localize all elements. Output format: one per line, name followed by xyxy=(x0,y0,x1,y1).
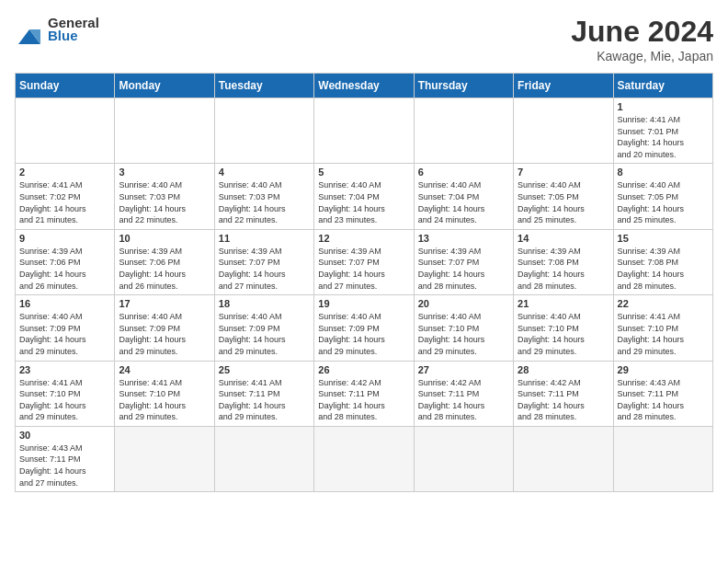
day-number: 20 xyxy=(418,298,509,309)
logo-text-block: General Blue xyxy=(48,16,99,44)
weekday-header: Sunday xyxy=(16,74,115,98)
location: Kawage, Mie, Japan xyxy=(571,49,713,63)
calendar-day-cell: 6Sunrise: 4:40 AM Sunset: 7:04 PM Daylig… xyxy=(414,164,513,229)
calendar-day-cell: 17Sunrise: 4:40 AM Sunset: 7:09 PM Dayli… xyxy=(115,295,214,361)
day-info: Sunrise: 4:40 AM Sunset: 7:09 PM Dayligh… xyxy=(219,311,310,357)
calendar-day-cell: 1Sunrise: 4:41 AM Sunset: 7:01 PM Daylig… xyxy=(613,98,712,164)
day-number: 12 xyxy=(318,233,409,244)
month-year: June 2024 xyxy=(571,15,713,49)
day-info: Sunrise: 4:39 AM Sunset: 7:06 PM Dayligh… xyxy=(19,246,110,292)
day-number: 8 xyxy=(618,167,709,178)
logo-icon xyxy=(15,15,44,44)
weekday-header: Wednesday xyxy=(314,74,414,98)
day-info: Sunrise: 4:40 AM Sunset: 7:10 PM Dayligh… xyxy=(518,311,609,357)
day-info: Sunrise: 4:42 AM Sunset: 7:11 PM Dayligh… xyxy=(318,377,409,423)
day-info: Sunrise: 4:41 AM Sunset: 7:10 PM Dayligh… xyxy=(618,311,709,357)
day-number: 27 xyxy=(418,364,509,375)
day-info: Sunrise: 4:40 AM Sunset: 7:03 PM Dayligh… xyxy=(219,179,310,225)
calendar-day-cell: 19Sunrise: 4:40 AM Sunset: 7:09 PM Dayli… xyxy=(314,295,414,361)
calendar-day-cell xyxy=(115,426,214,491)
title-block: June 2024 Kawage, Mie, Japan xyxy=(571,15,713,63)
day-info: Sunrise: 4:40 AM Sunset: 7:09 PM Dayligh… xyxy=(19,311,110,357)
calendar-day-cell: 24Sunrise: 4:41 AM Sunset: 7:10 PM Dayli… xyxy=(115,361,214,426)
day-number: 23 xyxy=(19,364,110,375)
calendar-day-cell: 20Sunrise: 4:40 AM Sunset: 7:10 PM Dayli… xyxy=(414,295,513,361)
calendar-day-cell: 3Sunrise: 4:40 AM Sunset: 7:03 PM Daylig… xyxy=(115,164,214,229)
day-info: Sunrise: 4:40 AM Sunset: 7:05 PM Dayligh… xyxy=(518,179,609,225)
weekday-header: Friday xyxy=(514,74,613,98)
calendar-week-row: 9Sunrise: 4:39 AM Sunset: 7:06 PM Daylig… xyxy=(16,229,713,294)
day-number: 17 xyxy=(119,298,210,309)
day-info: Sunrise: 4:39 AM Sunset: 7:08 PM Dayligh… xyxy=(618,246,709,292)
calendar-day-cell: 13Sunrise: 4:39 AM Sunset: 7:07 PM Dayli… xyxy=(414,229,513,294)
day-number: 16 xyxy=(19,298,110,309)
day-info: Sunrise: 4:39 AM Sunset: 7:07 PM Dayligh… xyxy=(219,246,310,292)
calendar-day-cell: 18Sunrise: 4:40 AM Sunset: 7:09 PM Dayli… xyxy=(214,295,313,361)
calendar-day-cell: 2Sunrise: 4:41 AM Sunset: 7:02 PM Daylig… xyxy=(16,164,115,229)
day-number: 9 xyxy=(19,233,110,244)
day-number: 22 xyxy=(618,298,709,309)
day-info: Sunrise: 4:39 AM Sunset: 7:07 PM Dayligh… xyxy=(418,246,509,292)
calendar-day-cell: 30Sunrise: 4:43 AM Sunset: 7:11 PM Dayli… xyxy=(16,426,115,491)
day-info: Sunrise: 4:39 AM Sunset: 7:08 PM Dayligh… xyxy=(518,246,609,292)
day-info: Sunrise: 4:41 AM Sunset: 7:01 PM Dayligh… xyxy=(618,114,709,160)
calendar-day-cell xyxy=(214,426,313,491)
calendar-week-row: 30Sunrise: 4:43 AM Sunset: 7:11 PM Dayli… xyxy=(16,426,713,491)
day-info: Sunrise: 4:41 AM Sunset: 7:10 PM Dayligh… xyxy=(119,377,210,423)
calendar-day-cell xyxy=(414,98,513,164)
weekday-header: Tuesday xyxy=(214,74,313,98)
day-number: 19 xyxy=(318,298,409,309)
day-number: 2 xyxy=(19,167,110,178)
calendar-day-cell: 7Sunrise: 4:40 AM Sunset: 7:05 PM Daylig… xyxy=(514,164,613,229)
day-info: Sunrise: 4:43 AM Sunset: 7:11 PM Dayligh… xyxy=(19,442,110,488)
day-info: Sunrise: 4:42 AM Sunset: 7:11 PM Dayligh… xyxy=(518,377,609,423)
day-number: 14 xyxy=(518,233,609,244)
day-info: Sunrise: 4:41 AM Sunset: 7:02 PM Dayligh… xyxy=(19,179,110,225)
day-info: Sunrise: 4:41 AM Sunset: 7:10 PM Dayligh… xyxy=(19,377,110,423)
day-info: Sunrise: 4:40 AM Sunset: 7:03 PM Dayligh… xyxy=(119,179,210,225)
calendar-table: SundayMondayTuesdayWednesdayThursdayFrid… xyxy=(15,73,713,492)
day-number: 25 xyxy=(219,364,310,375)
logo-blue: Blue xyxy=(48,29,99,44)
day-number: 6 xyxy=(418,167,509,178)
day-info: Sunrise: 4:40 AM Sunset: 7:04 PM Dayligh… xyxy=(318,179,409,225)
calendar-week-row: 16Sunrise: 4:40 AM Sunset: 7:09 PM Dayli… xyxy=(16,295,713,361)
calendar-day-cell: 8Sunrise: 4:40 AM Sunset: 7:05 PM Daylig… xyxy=(613,164,712,229)
calendar-week-row: 23Sunrise: 4:41 AM Sunset: 7:10 PM Dayli… xyxy=(16,361,713,426)
calendar-day-cell xyxy=(514,426,613,491)
weekday-header: Thursday xyxy=(414,74,513,98)
calendar-day-cell: 23Sunrise: 4:41 AM Sunset: 7:10 PM Dayli… xyxy=(16,361,115,426)
day-number: 10 xyxy=(119,233,210,244)
day-number: 30 xyxy=(19,430,110,441)
day-number: 18 xyxy=(219,298,310,309)
day-info: Sunrise: 4:40 AM Sunset: 7:09 PM Dayligh… xyxy=(119,311,210,357)
day-number: 5 xyxy=(318,167,409,178)
calendar-day-cell: 5Sunrise: 4:40 AM Sunset: 7:04 PM Daylig… xyxy=(314,164,414,229)
calendar-header-row: SundayMondayTuesdayWednesdayThursdayFrid… xyxy=(16,74,713,98)
day-info: Sunrise: 4:41 AM Sunset: 7:11 PM Dayligh… xyxy=(219,377,310,423)
day-info: Sunrise: 4:43 AM Sunset: 7:11 PM Dayligh… xyxy=(618,377,709,423)
calendar-day-cell: 25Sunrise: 4:41 AM Sunset: 7:11 PM Dayli… xyxy=(214,361,313,426)
calendar-day-cell: 27Sunrise: 4:42 AM Sunset: 7:11 PM Dayli… xyxy=(414,361,513,426)
calendar-day-cell: 28Sunrise: 4:42 AM Sunset: 7:11 PM Dayli… xyxy=(514,361,613,426)
calendar-day-cell: 29Sunrise: 4:43 AM Sunset: 7:11 PM Dayli… xyxy=(613,361,712,426)
calendar-day-cell xyxy=(414,426,513,491)
calendar-day-cell xyxy=(314,98,414,164)
calendar-day-cell xyxy=(214,98,313,164)
day-info: Sunrise: 4:40 AM Sunset: 7:09 PM Dayligh… xyxy=(318,311,409,357)
logo: General Blue xyxy=(15,15,99,44)
calendar-day-cell: 15Sunrise: 4:39 AM Sunset: 7:08 PM Dayli… xyxy=(613,229,712,294)
calendar-day-cell: 14Sunrise: 4:39 AM Sunset: 7:08 PM Dayli… xyxy=(514,229,613,294)
calendar-day-cell xyxy=(115,98,214,164)
day-number: 13 xyxy=(418,233,509,244)
calendar-day-cell: 9Sunrise: 4:39 AM Sunset: 7:06 PM Daylig… xyxy=(16,229,115,294)
calendar-day-cell: 21Sunrise: 4:40 AM Sunset: 7:10 PM Dayli… xyxy=(514,295,613,361)
calendar-day-cell: 26Sunrise: 4:42 AM Sunset: 7:11 PM Dayli… xyxy=(314,361,414,426)
day-number: 4 xyxy=(219,167,310,178)
weekday-header: Saturday xyxy=(613,74,712,98)
day-number: 21 xyxy=(518,298,609,309)
day-number: 24 xyxy=(119,364,210,375)
calendar-day-cell: 16Sunrise: 4:40 AM Sunset: 7:09 PM Dayli… xyxy=(16,295,115,361)
day-info: Sunrise: 4:39 AM Sunset: 7:07 PM Dayligh… xyxy=(318,246,409,292)
weekday-header: Monday xyxy=(115,74,214,98)
